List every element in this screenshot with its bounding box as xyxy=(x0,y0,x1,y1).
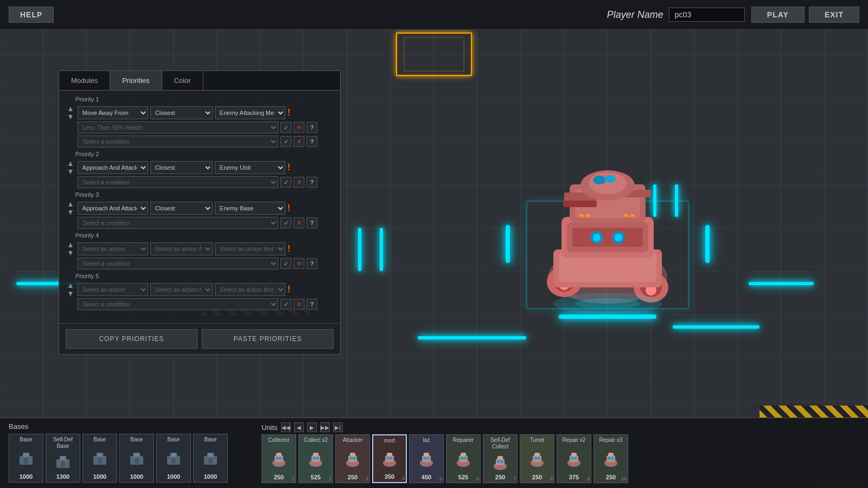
priority-5-target-select[interactable]: Select an action first xyxy=(150,283,213,296)
svg-rect-33 xyxy=(24,458,28,464)
priority-4-target-select[interactable]: Select an action first xyxy=(150,242,213,255)
help-button[interactable]: HELP xyxy=(9,7,54,23)
priority-5-cond1-select[interactable]: Select a condition xyxy=(78,298,278,310)
priority-3-cond1-help[interactable]: ? xyxy=(307,217,317,228)
priority-4-alert: ! xyxy=(288,244,290,254)
unit-card-8[interactable]: Turret 250 8 xyxy=(520,434,554,483)
base-card-3[interactable]: Base 1000 xyxy=(82,434,117,483)
unit-card-6[interactable]: Repairer 525 6 xyxy=(446,434,481,483)
priority-5-cond1-row: Select a condition ✓ ✕ ? xyxy=(66,298,334,310)
unit-card-cost: 350 xyxy=(385,473,394,480)
priority-1-alert: ! xyxy=(288,108,290,118)
priority-3-cond1-check[interactable]: ✓ xyxy=(280,217,291,228)
copy-priorities-button[interactable]: COPY PRIORITIES xyxy=(66,329,197,349)
priority-1-cond2-check[interactable]: ✓ xyxy=(280,136,291,147)
priority-1-cond2-select[interactable]: Select a condition xyxy=(78,136,278,147)
priority-2-cond1-delete[interactable]: ✕ xyxy=(293,177,304,188)
unit-card-7[interactable]: Self-Def Collect 250 7 xyxy=(483,434,518,483)
base-card-4[interactable]: Base 1000 xyxy=(119,434,154,483)
right-buttons: PLAY EXIT xyxy=(751,7,859,23)
svg-rect-46 xyxy=(135,454,138,456)
unit-card-9[interactable]: Repair x2 375 9 xyxy=(557,434,591,483)
tab-priorities[interactable]: Priorities xyxy=(110,71,162,90)
priority-2-modifier-select[interactable]: Enemy Unit xyxy=(215,161,285,174)
unit-card-2[interactable]: Collect x2 525 2 xyxy=(298,434,333,483)
priority-1-modifier-select[interactable]: Enemy Attacking Me xyxy=(215,106,285,119)
svg-rect-27 xyxy=(624,214,628,217)
priority-2-action-select[interactable]: Approach And Attack xyxy=(78,161,148,174)
exit-button[interactable]: EXIT xyxy=(809,7,859,23)
svg-rect-62 xyxy=(313,453,318,457)
paste-priorities-button[interactable]: PASTE PRIORITIES xyxy=(202,329,334,349)
priority-2-arrows[interactable]: ▲▼ xyxy=(66,159,75,175)
priority-5-arrows[interactable]: ▲▼ xyxy=(66,281,75,297)
priority-3-alert: ! xyxy=(288,203,290,213)
priority-3-cond1-row: Select a condition ✓ ✕ ? xyxy=(66,217,334,229)
player-name-input[interactable] xyxy=(669,8,745,22)
priority-1-cond1-select[interactable]: Less Than 50% Health xyxy=(78,121,278,133)
priority-4-cond1-select[interactable]: Select a condition xyxy=(78,258,278,269)
priority-3-target-select[interactable]: Closest xyxy=(150,202,213,215)
priority-3-cond1-select[interactable]: Select a condition xyxy=(78,217,278,229)
priority-5-cond1-delete[interactable]: ✕ xyxy=(293,299,304,310)
units-nav-next-next[interactable]: ▶▶ xyxy=(320,422,330,432)
unit-card-cost: 250 xyxy=(532,474,542,480)
unit-card-5[interactable]: laz 450 5 xyxy=(409,434,444,483)
base-card-cost: 1000 xyxy=(20,473,33,480)
priority-5-cond1-check[interactable]: ✓ xyxy=(280,299,291,310)
unit-card-name: Turret xyxy=(530,437,544,444)
priority-1-arrows[interactable]: ▲▼ xyxy=(66,105,75,120)
priority-5-action-select[interactable]: Select an action xyxy=(78,283,148,296)
unit-card-4[interactable]: mort 350 4 xyxy=(372,434,407,483)
priority-5-cond1-help[interactable]: ? xyxy=(307,299,317,310)
play-button[interactable]: PLAY xyxy=(751,7,805,23)
unit-card-cost: 250 xyxy=(495,474,505,480)
base-card-5[interactable]: Base 1000 xyxy=(156,434,191,483)
tab-modules[interactable]: Modules xyxy=(59,71,110,90)
svg-rect-28 xyxy=(630,214,635,217)
priority-3-arrows[interactable]: ▲▼ xyxy=(66,200,75,216)
priority-3-action-select[interactable]: Approach And Attack xyxy=(78,202,148,215)
units-nav-next[interactable]: ▶ xyxy=(307,422,317,432)
unit-icon xyxy=(527,449,547,468)
priority-1-cond1-help[interactable]: ? xyxy=(307,122,317,133)
base-card-2[interactable]: Self-Def Base 1300 xyxy=(46,434,80,483)
priority-4-arrows[interactable]: ▲▼ xyxy=(66,241,75,256)
tab-color[interactable]: Color xyxy=(162,71,203,90)
svg-point-103 xyxy=(608,457,611,460)
units-nav-end[interactable]: ▶| xyxy=(333,422,343,432)
priority-2-cond1-select[interactable]: Select a condition xyxy=(78,176,278,188)
svg-rect-82 xyxy=(461,453,466,457)
priority-1-cond1-delete[interactable]: ✕ xyxy=(293,122,304,133)
priority-1-cond1-check[interactable]: ✓ xyxy=(280,122,291,133)
unit-card-10[interactable]: Repair x3 250 10 xyxy=(593,434,628,483)
hologram-square xyxy=(396,33,472,76)
priority-3-cond1-delete[interactable]: ✕ xyxy=(293,217,304,228)
base-card-6[interactable]: Base 1000 xyxy=(193,434,228,483)
priority-1-cond2-help[interactable]: ? xyxy=(307,136,317,147)
priority-4-modifier-select[interactable]: Select an action first xyxy=(215,242,285,255)
priority-1-target-select[interactable]: Closest xyxy=(150,106,213,119)
base-card-1[interactable]: Base 1000 xyxy=(9,434,43,483)
units-nav-prev-prev[interactable]: ◀◀ xyxy=(281,422,291,432)
priority-1-cond2-delete[interactable]: ✕ xyxy=(293,136,304,147)
unit-icon-area xyxy=(416,448,437,470)
svg-rect-92 xyxy=(534,453,540,457)
priority-4-action-select[interactable]: Select an action xyxy=(78,242,148,255)
priority-2-cond1-check[interactable]: ✓ xyxy=(280,177,291,188)
units-nav-prev[interactable]: ◀ xyxy=(294,422,304,432)
unit-card-1[interactable]: Collector 250 1 xyxy=(261,434,296,483)
unit-card-name: mort xyxy=(384,438,395,444)
svg-rect-38 xyxy=(61,457,65,459)
priority-2-cond1-help[interactable]: ? xyxy=(307,177,317,188)
priority-2-target-select[interactable]: Closest xyxy=(150,161,213,174)
unit-card-3[interactable]: Attacker 250 3 xyxy=(335,434,370,483)
priority-1-cond2-row: Select a condition ✓ ✕ ? xyxy=(66,136,334,147)
svg-rect-87 xyxy=(497,456,503,460)
priority-4-cond1-check[interactable]: ✓ xyxy=(280,258,291,269)
priority-1-action-select[interactable]: Move Away From xyxy=(78,106,148,119)
priority-4-cond1-help[interactable]: ? xyxy=(307,258,317,269)
priority-5-modifier-select[interactable]: Select an action first xyxy=(215,283,285,296)
priority-3-modifier-select[interactable]: Enemy Base xyxy=(215,202,285,215)
priority-4-cond1-delete[interactable]: ✕ xyxy=(293,258,304,269)
